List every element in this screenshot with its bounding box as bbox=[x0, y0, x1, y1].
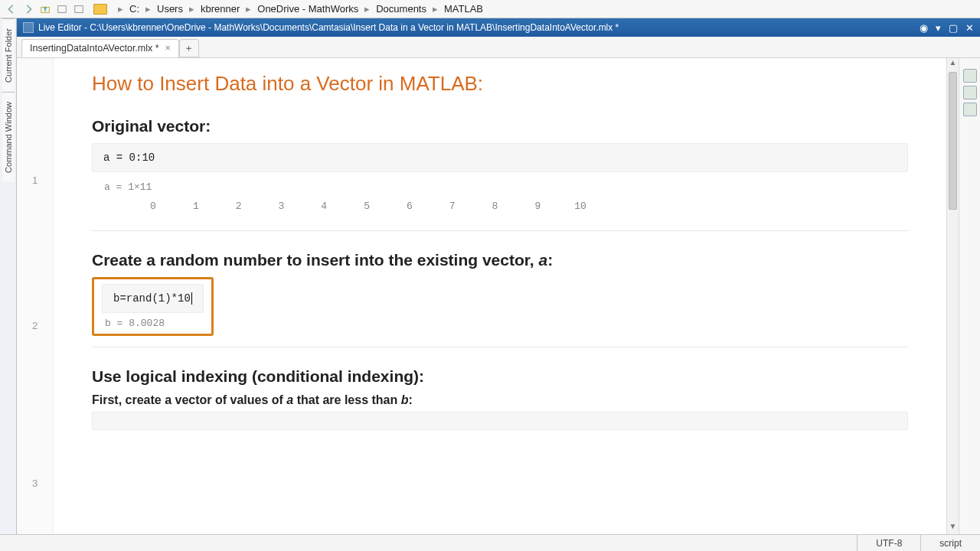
line-number-gutter: 1 2 3 bbox=[17, 58, 54, 534]
chevron-right-icon: ▸ bbox=[186, 3, 198, 15]
maximize-button[interactable]: ▢ bbox=[949, 22, 958, 34]
chevron-right-icon: ▸ bbox=[361, 3, 373, 15]
toolbar-icon[interactable] bbox=[55, 2, 69, 16]
new-tab-button[interactable]: ＋ bbox=[179, 39, 199, 57]
code-cell[interactable]: a = 0:10 bbox=[92, 143, 908, 172]
section-heading: Use logical indexing (conditional indexi… bbox=[92, 367, 908, 386]
output-cell: a = 1×11 0 1 2 3 4 5 6 7 8 9 10 bbox=[92, 177, 908, 220]
section-heading: Original vector: bbox=[92, 117, 908, 135]
output-hide-toggle-icon[interactable] bbox=[963, 103, 977, 116]
code-text: b=rand(1)*10 bbox=[113, 292, 192, 305]
breadcrumb: ▸ C: ▸ Users ▸ kbrenner ▸ OneDrive - Mat… bbox=[115, 3, 485, 15]
forward-button[interactable] bbox=[21, 2, 35, 16]
scrollbar-thumb[interactable] bbox=[949, 72, 957, 210]
code-cell[interactable]: b=rand(1)*10 bbox=[102, 284, 204, 313]
output-cell: b = 8.0028 bbox=[102, 318, 204, 329]
breadcrumb-item[interactable]: OneDrive - MathWorks bbox=[256, 3, 360, 15]
line-number: 1 bbox=[17, 174, 53, 186]
breadcrumb-item[interactable]: MATLAB bbox=[443, 3, 485, 15]
svg-rect-2 bbox=[75, 5, 83, 12]
status-encoding[interactable]: UTF-8 bbox=[857, 535, 920, 551]
line-number: 2 bbox=[17, 320, 53, 331]
breadcrumb-item[interactable]: Users bbox=[155, 3, 185, 15]
document-tab-label: InsertingDataIntoAVector.mlx * bbox=[30, 43, 159, 54]
vertical-scrollbar[interactable]: ▲ ▼ bbox=[946, 58, 959, 534]
tab-current-folder[interactable]: Current Folder bbox=[2, 18, 15, 92]
chevron-right-icon: ▸ bbox=[430, 3, 441, 15]
editor-content[interactable]: ▲ ▼ How to Insert Data into a Vector in … bbox=[54, 58, 959, 534]
right-action-gutter bbox=[959, 58, 980, 534]
current-folder-icon[interactable] bbox=[93, 4, 107, 15]
status-bar: UTF-8 script bbox=[0, 534, 980, 551]
section-subtext: First, create a vector of values of a th… bbox=[92, 393, 908, 407]
breadcrumb-item[interactable]: C: bbox=[128, 3, 141, 15]
section-original-vector: Original vector: a = 0:10 a = 1×11 0 1 2… bbox=[92, 117, 908, 231]
output-values: 0 1 2 3 4 5 6 7 8 9 10 bbox=[104, 201, 896, 212]
scroll-up-icon[interactable]: ▲ bbox=[947, 58, 959, 70]
up-folder-icon[interactable] bbox=[38, 2, 52, 16]
section-heading: Create a random number to insert into th… bbox=[92, 251, 908, 269]
output-right-toggle-icon[interactable] bbox=[963, 86, 977, 99]
line-number: 3 bbox=[17, 478, 53, 489]
editor-title-text: Live Editor - C:\Users\kbrenner\OneDrive… bbox=[38, 22, 920, 33]
chevron-right-icon: ▸ bbox=[142, 3, 154, 15]
close-button[interactable]: ✕ bbox=[965, 22, 974, 34]
minimize-button[interactable]: ▾ bbox=[936, 22, 941, 34]
editor-app-icon bbox=[23, 22, 34, 33]
live-editor: Live Editor - C:\Users\kbrenner\OneDrive… bbox=[17, 18, 980, 534]
svg-rect-1 bbox=[58, 5, 67, 12]
page-title: How to Insert Data into a Vector in MATL… bbox=[92, 72, 908, 96]
toolbar-icon[interactable] bbox=[72, 2, 86, 16]
chevron-right-icon: ▸ bbox=[115, 3, 126, 15]
back-button[interactable] bbox=[5, 2, 18, 16]
output-inline-toggle-icon[interactable] bbox=[963, 69, 977, 83]
chevron-right-icon: ▸ bbox=[243, 3, 254, 15]
output-label: a = 1×11 bbox=[104, 181, 896, 193]
document-tabstrip: InsertingDataIntoAVector.mlx * × ＋ bbox=[17, 37, 980, 58]
left-dock-tabs: Current Folder Command Window bbox=[0, 18, 17, 534]
section-logical-indexing: Use logical indexing (conditional indexi… bbox=[92, 367, 908, 445]
section-random-number: Create a random number to insert into th… bbox=[92, 251, 908, 347]
status-mode[interactable]: script bbox=[920, 535, 980, 551]
breadcrumb-item[interactable]: Documents bbox=[374, 3, 428, 15]
close-tab-icon[interactable]: × bbox=[165, 43, 171, 54]
editor-titlebar: Live Editor - C:\Users\kbrenner\OneDrive… bbox=[17, 18, 980, 37]
scroll-down-icon[interactable]: ▼ bbox=[947, 522, 959, 534]
code-cell[interactable] bbox=[92, 412, 908, 430]
dock-button[interactable]: ◉ bbox=[920, 22, 928, 34]
address-toolbar: ▸ C: ▸ Users ▸ kbrenner ▸ OneDrive - Mat… bbox=[0, 0, 980, 18]
breadcrumb-item[interactable]: kbrenner bbox=[199, 3, 241, 15]
highlighted-region: b=rand(1)*10 b = 8.0028 bbox=[92, 277, 214, 336]
tab-command-window[interactable]: Command Window bbox=[2, 92, 15, 182]
editor-body: 1 2 3 ▲ ▼ How to Insert Data into a Vect… bbox=[17, 58, 980, 534]
document-tab[interactable]: InsertingDataIntoAVector.mlx * × bbox=[21, 39, 179, 57]
